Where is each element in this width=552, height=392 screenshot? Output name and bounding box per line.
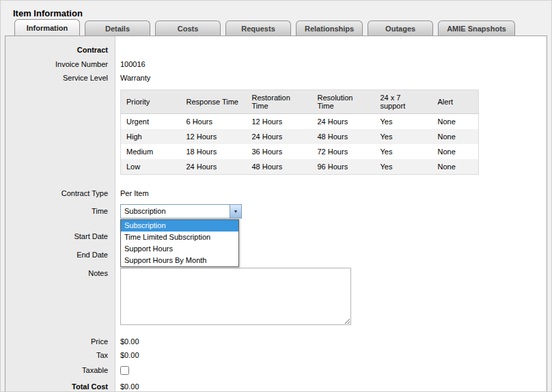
service-level-label: Service Level — [5, 74, 115, 82]
dropdown-option[interactable]: Support Hours — [121, 243, 238, 255]
table-row: Urgent 6 Hours 12 Hours 24 Hours Yes Non… — [121, 114, 479, 130]
contract-type-label: Contract Type — [5, 189, 115, 197]
table-cell: 48 Hours — [312, 129, 375, 144]
table-cell: 96 Hours — [312, 159, 375, 175]
sla-table: Priority Response Time Restoration Time … — [120, 89, 479, 175]
table-cell: Urgent — [121, 114, 181, 130]
table-cell: Medium — [121, 144, 181, 159]
tab-details[interactable]: Details — [85, 20, 150, 36]
price-label: Price — [5, 337, 115, 346]
table-cell: 36 Hours — [247, 144, 312, 159]
column-header: Response Time — [181, 90, 247, 114]
end-date-label: End Date — [5, 251, 115, 259]
time-select[interactable]: Subscription ▼ — [120, 204, 242, 219]
table-cell: Yes — [375, 144, 432, 159]
item-information-window: Item Information Information Details Cos… — [0, 0, 552, 392]
column-header: Resolution Time — [312, 90, 375, 114]
table-cell: Yes — [375, 114, 432, 130]
table-cell: None — [432, 129, 479, 144]
table-cell: 24 Hours — [181, 159, 247, 175]
table-cell: 18 Hours — [181, 144, 247, 159]
dropdown-option[interactable]: Time Limited Subscription — [121, 232, 238, 243]
content-panel: Contract Invoice Number 100016 Service L… — [5, 36, 547, 392]
price-value: $0.00 — [115, 337, 139, 346]
tab-amie-snapshots[interactable]: AMIE Snapshots — [438, 20, 515, 36]
column-header: Alert — [432, 90, 479, 114]
start-date-label: Start Date — [5, 232, 115, 240]
table-cell: 12 Hours — [181, 129, 247, 144]
time-dropdown-list: Subscription Time Limited Subscription S… — [120, 219, 239, 267]
dropdown-option[interactable]: Subscription — [121, 220, 238, 232]
column-header: 24 x 7 support — [375, 90, 432, 114]
table-cell: 24 Hours — [247, 129, 312, 144]
service-level-value: Warranty — [115, 74, 150, 82]
table-row: High 12 Hours 24 Hours 48 Hours Yes None — [121, 129, 479, 144]
tab-costs[interactable]: Costs — [155, 20, 221, 36]
dropdown-option[interactable]: Support Hours By Month — [121, 255, 238, 266]
table-row: Medium 18 Hours 36 Hours 72 Hours Yes No… — [121, 144, 479, 159]
table-header-row: Priority Response Time Restoration Time … — [121, 90, 479, 114]
table-cell: None — [432, 159, 479, 175]
tab-bar: Information Details Costs Requests Relat… — [1, 19, 551, 36]
notes-label: Notes — [5, 268, 115, 277]
tab-information[interactable]: Information — [14, 19, 80, 36]
total-cost-label: Total Cost — [5, 382, 115, 391]
taxable-label: Taxable — [5, 366, 115, 374]
table-cell: High — [121, 129, 181, 144]
total-cost-value: $0.00 — [115, 382, 139, 391]
table-cell: 12 Hours — [247, 114, 312, 130]
page-title: Item Information — [13, 8, 83, 18]
invoice-number-value: 100016 — [115, 60, 146, 68]
chevron-down-icon[interactable]: ▼ — [230, 205, 241, 218]
table-cell: 48 Hours — [247, 159, 312, 175]
titlebar: Item Information — [1, 1, 551, 19]
tab-relationships[interactable]: Relationships — [296, 20, 363, 36]
column-header: Priority — [121, 90, 181, 114]
time-select-value: Subscription — [121, 207, 230, 215]
table-cell: Yes — [375, 129, 432, 144]
tax-value: $0.00 — [115, 351, 139, 359]
tab-requests[interactable]: Requests — [225, 20, 291, 36]
invoice-number-label: Invoice Number — [5, 60, 115, 68]
time-label: Time — [5, 207, 115, 215]
taxable-checkbox[interactable] — [120, 366, 129, 375]
contract-section-label: Contract — [5, 46, 115, 54]
table-cell: 72 Hours — [312, 144, 375, 159]
table-row: Low 24 Hours 48 Hours 96 Hours Yes None — [121, 159, 479, 175]
table-cell: Yes — [375, 159, 432, 175]
column-header: Restoration Time — [247, 90, 312, 114]
table-cell: None — [432, 114, 479, 130]
contract-type-value: Per Item — [115, 189, 149, 197]
tab-outages[interactable]: Outages — [368, 20, 433, 36]
table-cell: 24 Hours — [312, 114, 375, 130]
notes-textarea[interactable] — [120, 268, 351, 325]
table-cell: 6 Hours — [181, 114, 247, 130]
table-cell: None — [432, 144, 479, 159]
tax-label: Tax — [5, 351, 115, 359]
table-cell: Low — [121, 159, 181, 175]
